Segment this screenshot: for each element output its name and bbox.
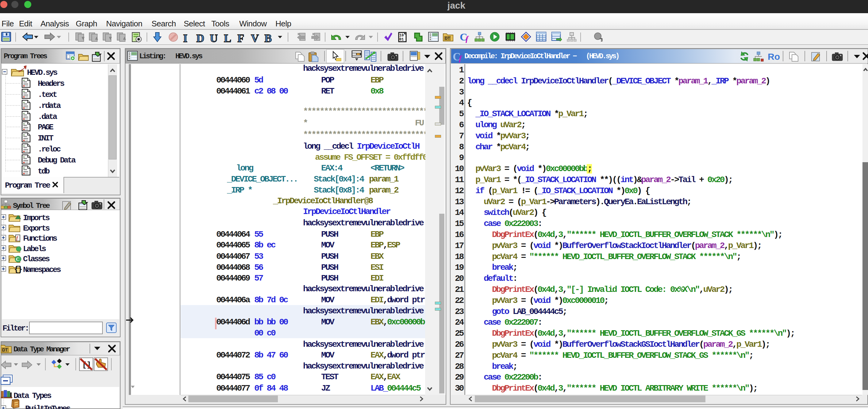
svg-text:01: 01 [399, 37, 404, 42]
svg-text:10: 10 [399, 33, 404, 38]
svg-text:DT: DT [445, 36, 450, 40]
svg-text:DT: DT [2, 347, 8, 352]
svg-text:C: C [16, 257, 20, 262]
